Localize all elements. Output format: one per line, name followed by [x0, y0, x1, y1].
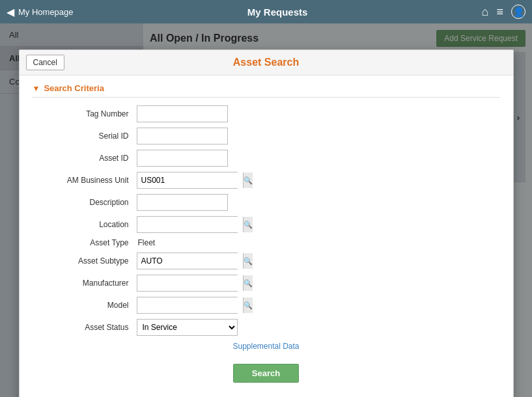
- supplemental-data-section: Supplemental Data: [33, 341, 500, 351]
- asset-type-label: Asset Type: [33, 238, 137, 247]
- model-search-icon[interactable]: 🔍: [243, 297, 253, 313]
- section-title: Search Criteria: [44, 83, 104, 93]
- search-criteria-section: ▼ Search Criteria: [33, 83, 500, 98]
- asset-status-label: Asset Status: [33, 323, 137, 332]
- asset-type-row: Asset Type Fleet: [33, 238, 500, 247]
- model-row: Model 🔍: [33, 297, 500, 314]
- asset-subtype-field: 🔍: [137, 253, 238, 269]
- home-icon[interactable]: ⌂: [482, 5, 489, 19]
- asset-id-row: Asset ID: [33, 150, 500, 167]
- modal-header: Cancel Asset Search: [20, 50, 513, 75]
- description-label: Description: [33, 198, 137, 207]
- top-nav: ◀ My Homepage My Requests ⌂ ≡ 👤: [0, 0, 532, 23]
- asset-type-value: Fleet: [137, 238, 156, 247]
- location-row: Location 🔍: [33, 216, 500, 233]
- serial-id-label: Serial ID: [33, 131, 137, 141]
- asset-subtype-input[interactable]: [137, 253, 243, 269]
- manufacturer-input[interactable]: [137, 275, 243, 291]
- tag-number-row: Tag Number: [33, 105, 500, 122]
- cancel-button[interactable]: Cancel: [26, 55, 64, 70]
- model-input[interactable]: [137, 297, 243, 313]
- asset-status-select[interactable]: In Service Out of Service Disposed On Or…: [137, 319, 238, 336]
- manufacturer-field: 🔍: [137, 275, 238, 292]
- search-button[interactable]: Search: [233, 364, 299, 383]
- am-business-unit-field: 🔍: [137, 172, 238, 189]
- serial-id-row: Serial ID: [33, 128, 500, 144]
- back-button[interactable]: ◀ My Homepage: [7, 6, 74, 18]
- menu-icon[interactable]: ≡: [496, 5, 503, 19]
- model-label: Model: [33, 301, 137, 310]
- description-row: Description: [33, 194, 500, 211]
- user-icon[interactable]: 👤: [511, 5, 525, 19]
- am-business-unit-search-icon[interactable]: 🔍: [243, 172, 253, 188]
- back-arrow-icon: ◀: [7, 6, 14, 18]
- location-search-icon[interactable]: 🔍: [243, 217, 253, 232]
- am-business-unit-label: AM Business Unit: [33, 176, 137, 185]
- manufacturer-label: Manufacturer: [33, 279, 137, 288]
- asset-subtype-search-icon[interactable]: 🔍: [243, 253, 253, 269]
- back-label: My Homepage: [18, 7, 74, 17]
- model-field: 🔍: [137, 297, 238, 314]
- main-content: All 2 All Op... Comp... All Open / In Pr…: [0, 23, 532, 397]
- description-input[interactable]: [137, 194, 228, 211]
- modal-body: ▼ Search Criteria Tag Number Serial ID A…: [20, 75, 513, 397]
- page-title: My Requests: [74, 7, 482, 18]
- manufacturer-row: Manufacturer 🔍: [33, 275, 500, 292]
- tag-number-input[interactable]: [137, 105, 228, 122]
- modal-footer: Search: [33, 359, 500, 393]
- asset-id-input[interactable]: [137, 150, 228, 167]
- asset-subtype-row: Asset Subtype 🔍: [33, 253, 500, 269]
- am-business-unit-input[interactable]: [137, 172, 243, 188]
- location-field: 🔍: [137, 216, 238, 233]
- serial-id-input[interactable]: [137, 128, 228, 144]
- am-business-unit-row: AM Business Unit 🔍: [33, 172, 500, 189]
- asset-id-label: Asset ID: [33, 154, 137, 163]
- collapse-arrow-icon[interactable]: ▼: [33, 84, 40, 93]
- nav-icons: ⌂ ≡ 👤: [482, 5, 525, 19]
- supplemental-data-link[interactable]: Supplemental Data: [232, 342, 299, 351]
- modal-overlay: Cancel Asset Search ▼ Search Criteria Ta…: [0, 23, 532, 397]
- asset-subtype-label: Asset Subtype: [33, 256, 137, 266]
- asset-search-modal: Cancel Asset Search ▼ Search Criteria Ta…: [19, 49, 514, 397]
- location-label: Location: [33, 220, 137, 229]
- asset-status-row: Asset Status In Service Out of Service D…: [33, 319, 500, 336]
- tag-number-label: Tag Number: [33, 109, 137, 118]
- location-input[interactable]: [137, 217, 243, 232]
- manufacturer-search-icon[interactable]: 🔍: [243, 275, 253, 291]
- modal-title: Asset Search: [233, 57, 299, 68]
